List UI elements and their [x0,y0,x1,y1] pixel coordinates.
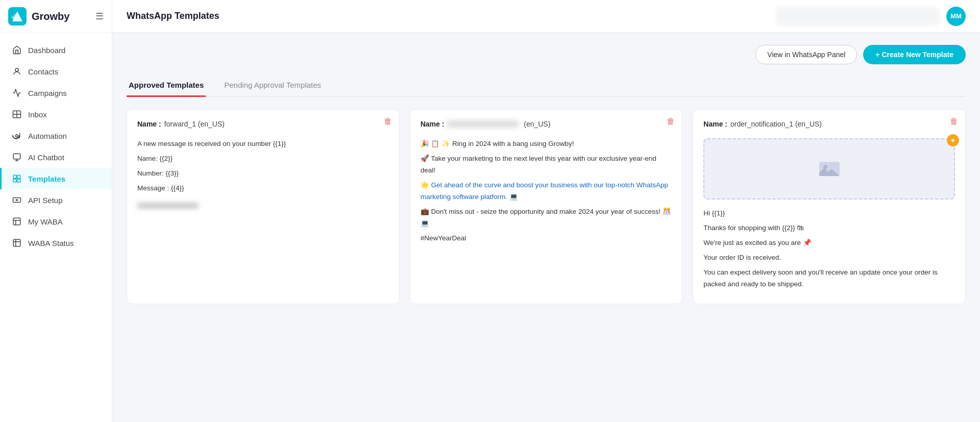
card3-line5: You can expect delivery soon and you'll … [703,267,955,290]
waba-icon [12,216,22,227]
svg-rect-8 [13,179,16,182]
card1-name-value: forward_1 (en_US) [164,120,225,128]
card2-name-label: Name : [421,120,445,128]
avatar: MM [946,7,966,26]
main-content: WhatsApp Templates MM View in WhatsApp P… [112,0,980,422]
sidebar-item-label: AI Chatbot [28,153,64,162]
sidebar-item-campaigns[interactable]: Campaigns [0,82,112,104]
sidebar-item-label: Dashboard [28,46,65,55]
card2-body: 🎉 📋 ✨ Ring in 2024 with a bang using Gro… [421,138,672,244]
sidebar-item-waba-status[interactable]: WABA Status [0,232,112,254]
sidebar-item-label: WABA Status [28,239,74,247]
waba-status-icon [12,238,22,248]
delete-icon-card2[interactable]: 🗑 [667,117,675,126]
sidebar-nav: Dashboard Contacts Campaigns Inbox Autom [0,33,112,422]
view-whatsapp-panel-button[interactable]: View in WhatsApp Panel [755,45,857,64]
card2-line1: 🎉 📋 ✨ Ring in 2024 with a bang using Gro… [421,138,672,150]
image-add-button[interactable]: + [947,134,959,146]
sidebar-item-label: Contacts [28,67,58,76]
card2-name-blurred [447,120,519,128]
card2-line2: 🚀 Take your marketing to the next level … [421,153,672,177]
delete-icon-card1[interactable]: 🗑 [384,117,392,126]
card3-image-placeholder: + [703,138,955,200]
automation-icon [12,131,22,141]
svg-rect-9 [17,179,20,182]
svg-point-4 [16,135,18,137]
svg-rect-5 [13,154,20,159]
content-area: View in WhatsApp Panel + Create New Temp… [112,33,980,422]
card3-line3: We're just as excited as you are 📌 [703,237,955,249]
sidebar-item-inbox[interactable]: Inbox [0,104,112,125]
sidebar-item-label: My WABA [28,217,63,226]
card1-name-label: Name : [137,120,161,128]
card1-body: A new message is received on your number… [137,138,389,194]
sidebar-item-label: Templates [28,175,65,183]
tab-approved[interactable]: Approved Templates [127,75,206,97]
create-template-button[interactable]: + Create New Template [863,45,966,64]
app-name: Growby [32,11,69,22]
search-bar[interactable] [776,7,939,26]
template-card-1: 🗑 Name : forward_1 (en_US) A new message… [127,109,400,304]
templates-icon [12,173,22,184]
svg-point-3 [15,68,18,71]
card2-line3: 🌟 Get ahead of the curve and boost your … [421,180,672,203]
card3-line2: Thanks for shopping with {{2}} 🛍 [703,222,955,234]
sidebar-item-label: Inbox [28,110,47,119]
svg-point-14 [823,165,827,169]
tab-pending[interactable]: Pending Approval Templates [222,75,323,97]
card1-line3: Number: {{3}} [137,168,389,180]
svg-rect-6 [13,175,16,178]
card3-line1: Hi {{1}} [703,208,955,219]
inbox-icon [12,109,22,119]
sidebar: Growby ☰ Dashboard Contacts Campaigns [0,0,112,422]
template-cards-grid: 🗑 Name : forward_1 (en_US) A new message… [127,109,966,304]
sidebar-item-dashboard[interactable]: Dashboard [0,39,112,61]
card2-line4: 💼 Don't miss out - seize the opportunity… [421,206,672,230]
template-card-3: 🗑 Name : order_notification_1 (en_US) + … [693,109,966,304]
growby-logo-icon [8,7,27,26]
card3-name-value: order_notification_1 (en_US) [730,120,822,128]
header-right: MM [776,7,966,26]
card3-line4: Your order ID is received. [703,252,955,264]
header: WhatsApp Templates MM [112,0,980,33]
svg-rect-11 [13,218,20,225]
card1-footer-blur [137,203,199,209]
sidebar-item-templates[interactable]: Templates [0,168,112,189]
sidebar-item-ai-chatbot[interactable]: AI Chatbot [0,146,112,168]
card2-locale: (en_US) [522,120,550,128]
api-icon [12,195,22,205]
ai-chatbot-icon [12,152,22,162]
page-title: WhatsApp Templates [127,11,219,21]
sidebar-item-label: API Setup [28,196,63,205]
sidebar-logo: Growby ☰ [0,0,112,33]
sidebar-item-my-waba[interactable]: My WABA [0,211,112,232]
sidebar-item-contacts[interactable]: Contacts [0,61,112,82]
action-bar: View in WhatsApp Panel + Create New Temp… [127,45,966,64]
sidebar-item-automation[interactable]: Automation [0,125,112,146]
campaigns-icon [12,88,22,98]
sidebar-item-api-setup[interactable]: API Setup [0,189,112,211]
sidebar-item-label: Campaigns [28,89,67,97]
card3-body: Hi {{1}} Thanks for shopping with {{2}} … [703,208,955,290]
sidebar-item-label: Automation [28,132,67,140]
home-icon [12,45,22,55]
card1-line1: A new message is received on your number… [137,138,389,150]
template-card-2: 🗑 Name : (en_US) 🎉 📋 ✨ Ring in 2024 with… [410,109,683,304]
card2-hashtag: #NewYearDeal [421,233,672,244]
card2-name-row: Name : (en_US) [421,120,672,128]
card1-line2: Name: {{2}} [137,153,389,165]
tabs: Approved Templates Pending Approval Temp… [127,75,966,97]
svg-rect-7 [17,175,20,178]
card3-name-label: Name : [703,120,727,128]
delete-icon-card3[interactable]: 🗑 [950,117,958,126]
svg-rect-12 [13,239,20,246]
contacts-icon [12,66,22,77]
card1-line4: Message : {{4}} [137,183,389,194]
card3-name-row: Name : order_notification_1 (en_US) [703,120,955,128]
card1-name-row: Name : forward_1 (en_US) [137,120,389,128]
image-placeholder-icon [817,157,842,181]
hamburger-icon[interactable]: ☰ [95,11,104,22]
